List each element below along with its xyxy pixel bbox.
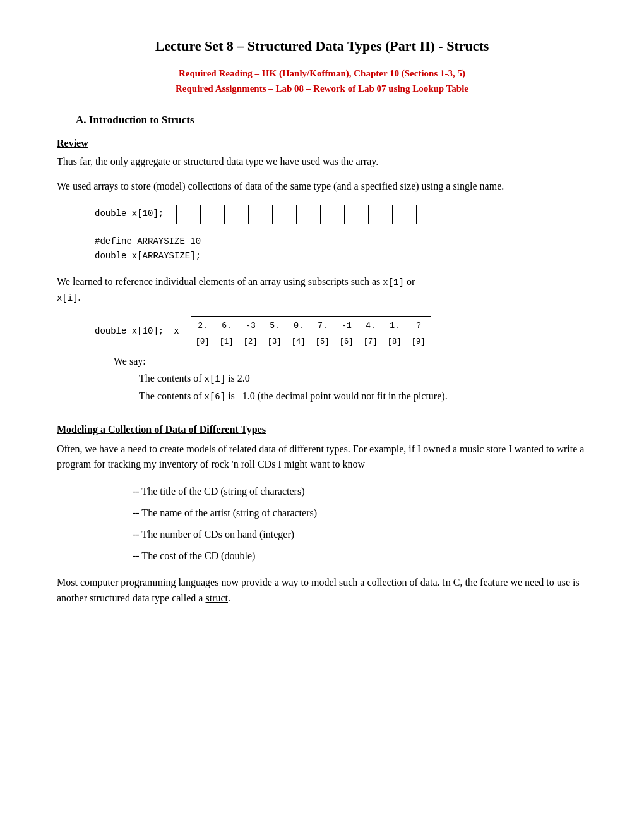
review-para1: Thus far, the only aggregate or structur… <box>57 154 587 170</box>
array-index-label: [9] <box>407 337 431 346</box>
array-index-label: [7] <box>359 337 383 346</box>
struct-word: struct <box>205 593 228 603</box>
code-xi-inline: x[i] <box>57 293 78 303</box>
array-index-label: [3] <box>263 337 287 346</box>
list-item: -- The cost of the CD (double) <box>133 546 587 566</box>
we-say-block: We say: The contents of x[1] is 2.0 The … <box>114 353 587 405</box>
code-define-arraysize: #define ARRAYSIZE 10 double x[ARRAYSIZE]… <box>95 234 587 265</box>
content-x6: The contents of x[6] is –1.0 (the decima… <box>139 387 587 405</box>
array-grid-empty <box>176 205 417 224</box>
code-double-x10: double x[10]; <box>95 207 164 222</box>
code-x1-ref: x[1] <box>205 374 226 384</box>
array-with-values: 2.6.-35.0.7.-14.1.? [0][1][2][3][4][5][6… <box>191 316 431 346</box>
array-indices-row: [0][1][2][3][4][5][6][7][8][9] <box>191 337 431 346</box>
list-item: -- The number of CDs on hand (integer) <box>133 524 587 545</box>
array-value-cell: -1 <box>335 317 359 335</box>
array-index-label: [8] <box>383 337 407 346</box>
required-reading: Required Reading – HK (Hanly/Koffman), C… <box>57 66 587 96</box>
review-para3: We learned to reference individual eleme… <box>57 274 587 306</box>
array-value-cell: 5. <box>263 317 287 335</box>
bullet-list: -- The title of the CD (string of charac… <box>133 481 587 566</box>
array-index-label: [6] <box>335 337 359 346</box>
code-double-x10-2: double x[10]; <box>95 326 164 336</box>
array-value-cell: 6. <box>215 317 239 335</box>
array-index-label: [2] <box>239 337 263 346</box>
array-value-cell: -3 <box>239 317 263 335</box>
array-index-label: [0] <box>191 337 215 346</box>
modeling-para2: Most computer programming languages now … <box>57 575 587 607</box>
array-value-cell: 4. <box>359 317 383 335</box>
array-index-label: [5] <box>311 337 335 346</box>
review-para2: We used arrays to store (model) collecti… <box>57 179 587 195</box>
array-diagram-1: double x[10]; <box>95 205 587 224</box>
list-item: -- The title of the CD (string of charac… <box>133 481 587 502</box>
we-say-label: We say: <box>114 353 587 370</box>
array-value-cell: 1. <box>383 317 407 335</box>
array-index-label: [1] <box>215 337 239 346</box>
code-x6-ref: x[6] <box>205 392 226 402</box>
modeling-section: Modeling a Collection of Data of Differe… <box>57 424 587 607</box>
code-x1-inline: x[1] <box>383 277 404 287</box>
content-x1: The contents of x[1] is 2.0 <box>139 370 587 387</box>
required-reading-line2: Required Assignments – Lab 08 – Rework o… <box>57 81 587 96</box>
array-index-label: [4] <box>287 337 311 346</box>
required-reading-line1: Required Reading – HK (Hanly/Koffman), C… <box>57 66 587 81</box>
array-values-row: 2.6.-35.0.7.-14.1.? <box>191 316 431 335</box>
page-title: Lecture Set 8 – Structured Data Types (P… <box>57 38 587 54</box>
array-value-cell: 0. <box>287 317 311 335</box>
list-item: -- The name of the artist (string of cha… <box>133 503 587 523</box>
array-diagram-2: double x[10]; x 2.6.-35.0.7.-14.1.? [0][… <box>95 316 587 346</box>
x-label: x <box>174 326 179 336</box>
section-a-heading: A. Introduction to Structs <box>76 114 587 126</box>
array-value-cell: 2. <box>191 317 215 335</box>
modeling-para1: Often, we have a need to create models o… <box>57 442 587 473</box>
array-value-cell: 7. <box>311 317 335 335</box>
review-heading: Review <box>57 138 587 149</box>
array-value-cell: ? <box>407 317 431 335</box>
modeling-heading: Modeling a Collection of Data of Differe… <box>57 424 587 435</box>
